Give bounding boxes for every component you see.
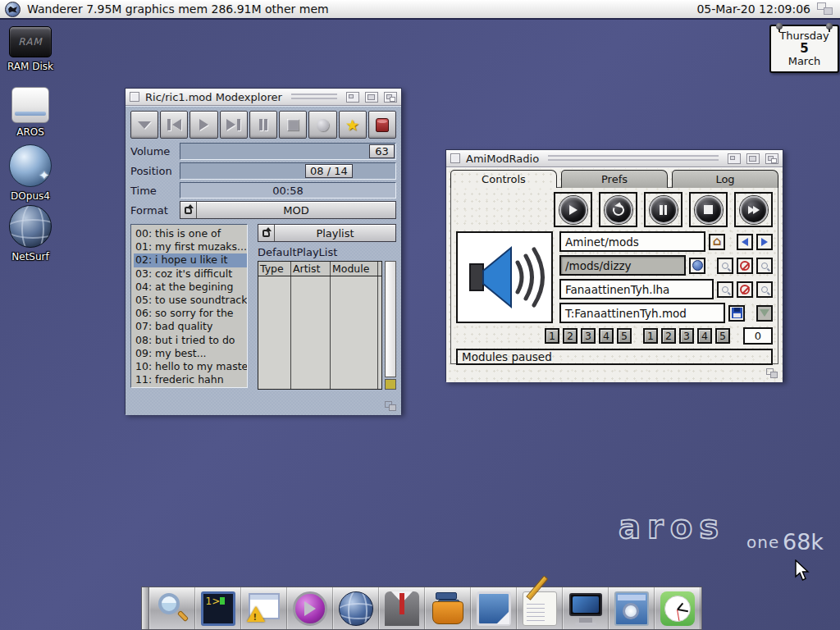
module-field[interactable]: T:FanaattinenTyh.mod <box>559 303 725 323</box>
song-row[interactable]: 04: at the begining <box>134 281 247 294</box>
dock-item-web-browser[interactable] <box>333 587 379 629</box>
scrollbar-end-button[interactable] <box>385 379 396 390</box>
search-dir-button[interactable] <box>717 258 733 274</box>
song-row[interactable]: 10: hello to my maste <box>134 360 247 373</box>
play-button[interactable] <box>554 192 592 227</box>
desktop-icon-dopus4[interactable]: DOpus4 <box>2 144 59 202</box>
back-button[interactable] <box>737 234 753 250</box>
favorite-button[interactable]: ★ <box>339 111 367 139</box>
mods-dir-field[interactable]: /mods/dizzy <box>559 255 686 276</box>
dock-item-media-player[interactable] <box>287 587 333 629</box>
playlist-column-header[interactable]: Type <box>258 262 291 276</box>
download-button[interactable] <box>756 305 773 322</box>
song-row[interactable]: 02: i hope u like it <box>134 253 247 267</box>
previous-button[interactable] <box>160 111 188 139</box>
tab-controls[interactable]: Controls <box>450 170 557 188</box>
rating-button-3[interactable]: 3 <box>581 328 596 344</box>
rating-button-4[interactable]: 4 <box>599 328 614 344</box>
tab-prefs[interactable]: Prefs <box>561 170 668 188</box>
playlist-cycle-button[interactable]: Playlist <box>258 224 396 242</box>
playlist-column-header[interactable]: Module <box>331 262 378 276</box>
resize-icon[interactable] <box>385 401 398 413</box>
close-icon[interactable] <box>450 153 460 163</box>
aminet-path-field[interactable]: Aminet/mods <box>559 231 705 252</box>
song-list[interactable]: 00: this is one of01: my first muzaks...… <box>130 224 248 388</box>
screen-depth-gadget-icon[interactable] <box>817 2 835 16</box>
dock-item-search[interactable] <box>149 587 195 629</box>
song-row[interactable]: 08: but i tried to do <box>134 334 247 347</box>
titlebar-drag-area[interactable] <box>291 94 337 101</box>
calendar-widget[interactable]: Thursday 5 March <box>769 25 839 73</box>
rating-button-5[interactable]: 5 <box>715 328 730 344</box>
rating-button-1[interactable]: 1 <box>545 328 559 344</box>
dock-handle[interactable] <box>142 587 149 629</box>
zoom-gadget-icon[interactable] <box>365 92 378 103</box>
song-row[interactable]: 03: coz it's difficult <box>134 267 247 281</box>
desktop-icon-aros[interactable]: AROS <box>2 87 59 138</box>
web-button[interactable] <box>689 258 705 274</box>
song-row[interactable]: 01: my first muzaks... <box>134 240 247 253</box>
song-row[interactable]: 00: this is one of <box>134 227 247 240</box>
dock-item-viewer[interactable] <box>609 587 655 629</box>
block-dir-button[interactable] <box>737 258 753 274</box>
close-icon[interactable] <box>130 92 139 102</box>
song-row[interactable]: 09: my best... <box>134 347 247 360</box>
song-row[interactable]: 05: to use soundtrack <box>134 294 247 307</box>
song-row[interactable]: 07: bad quality <box>134 320 247 333</box>
dock-item-theme-prefs[interactable] <box>471 587 517 629</box>
stop-button[interactable] <box>689 192 728 227</box>
rating-button-4[interactable]: 4 <box>697 328 712 344</box>
modexplorer-titlebar[interactable]: Ric/ric1.mod Modexplorer <box>126 89 401 106</box>
desktop-icon-netsurf[interactable]: NetSurf <box>2 205 59 262</box>
rating-button-5[interactable]: 5 <box>617 328 632 344</box>
position-knob[interactable]: 08 / 14 <box>305 164 353 178</box>
block-archive-button[interactable] <box>737 281 753 298</box>
eject-button[interactable] <box>130 111 158 139</box>
playlist-table[interactable]: TypeArtistModule <box>258 261 382 390</box>
rating-button-2[interactable]: 2 <box>661 328 676 344</box>
depth-gadget-icon[interactable] <box>765 153 778 164</box>
stop-button[interactable] <box>279 111 307 139</box>
play-button[interactable] <box>189 111 217 139</box>
search-archive-button-2[interactable] <box>756 281 773 298</box>
pause-button[interactable] <box>249 111 277 139</box>
next-button[interactable] <box>220 111 248 139</box>
search-dir-button-2[interactable] <box>756 258 773 274</box>
save-button[interactable] <box>728 305 745 322</box>
trash-button[interactable] <box>368 111 396 139</box>
forward-button[interactable] <box>756 234 773 250</box>
rating-button-1[interactable]: 1 <box>643 328 658 344</box>
iconify-icon[interactable] <box>346 92 359 103</box>
format-cycle-button[interactable]: MOD <box>180 201 396 219</box>
rating-button-3[interactable]: 3 <box>679 328 694 344</box>
tab-log[interactable]: Log <box>672 170 778 188</box>
zoom-gadget-icon[interactable] <box>746 153 760 164</box>
dock-item-archiver[interactable] <box>425 587 471 629</box>
song-row[interactable]: 11: frederic hahn <box>134 373 247 386</box>
volume-slider[interactable]: 63 <box>180 143 396 160</box>
desktop-icon-ramdisk[interactable]: RAM RAM Disk <box>2 26 59 72</box>
record-button[interactable] <box>308 111 336 139</box>
repeat-button[interactable] <box>599 192 637 227</box>
dock-item-text-editor[interactable] <box>517 587 563 629</box>
titlebar-drag-area[interactable] <box>548 155 719 162</box>
archive-field[interactable]: FanaattinenTyh.lha <box>559 279 714 299</box>
home-button[interactable]: ⌂ <box>709 234 725 250</box>
playlist-scrollbar[interactable] <box>385 261 396 390</box>
volume-knob[interactable]: 63 <box>369 144 395 158</box>
pause-button[interactable] <box>644 192 682 227</box>
rating-button-2[interactable]: 2 <box>563 328 578 344</box>
fast-forward-button[interactable] <box>734 192 773 227</box>
dock-item-alert-window[interactable]: ! <box>241 587 287 629</box>
playlist-column-header[interactable]: Artist <box>291 262 331 276</box>
dock-item-suit[interactable] <box>379 587 425 629</box>
resize-icon[interactable] <box>766 368 779 380</box>
position-slider[interactable]: 08 / 14 <box>180 162 396 180</box>
scrollbar-thumb[interactable] <box>385 261 396 377</box>
dock-item-display[interactable] <box>563 587 609 629</box>
depth-gadget-icon[interactable] <box>384 92 397 103</box>
amimodradio-titlebar[interactable]: AmiModRadio <box>446 150 783 167</box>
iconify-icon[interactable] <box>728 153 741 164</box>
song-row[interactable]: 06: so sorry for the <box>134 307 247 320</box>
search-archive-button[interactable] <box>717 281 733 298</box>
